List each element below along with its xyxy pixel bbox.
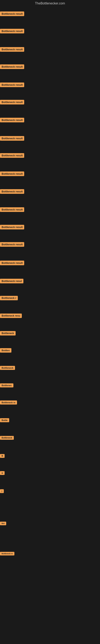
bottleneck-badge-15[interactable]: Bottleneck result [0,260,24,265]
bottleneck-badge-27[interactable]: B [0,471,4,475]
bottleneck-item-18: Bottleneck resu [0,314,22,318]
bottleneck-item-27: B [0,471,4,475]
bottleneck-item-29: Bot [0,521,6,525]
bottleneck-badge-8[interactable]: Bottleneck result [0,136,24,141]
bottleneck-item-16: Bottleneck resul [0,279,23,283]
bottleneck-item-10: Bottleneck result [0,172,24,176]
bottleneck-badge-4[interactable]: Bottleneck result [0,64,24,69]
bottleneck-badge-1[interactable]: Bottleneck result [0,12,24,16]
bottleneck-badge-24[interactable]: Bottle [0,418,9,422]
bottleneck-badge-25[interactable]: Bottleneck [0,436,14,440]
bottleneck-item-17: Bottleneck r [0,296,18,300]
bottleneck-badge-26[interactable]: B [0,454,4,458]
bottleneck-item-9: Bottleneck result [0,153,24,158]
bottleneck-badge-28[interactable]: | [0,489,4,493]
bottleneck-badge-14[interactable]: Bottleneck result [0,242,24,247]
bottleneck-badge-30[interactable]: Bottleneck re [0,552,14,556]
bottleneck-badge-2[interactable]: Bottleneck result [0,29,24,34]
bottleneck-badge-29[interactable]: Bot [0,522,6,525]
bottleneck-item-7: Bottleneck result [0,118,24,122]
bottleneck-item-21: Bottleneck [0,366,15,370]
bottleneck-item-12: Bottleneck result [0,207,24,212]
bottleneck-badge-9[interactable]: Bottleneck result [0,153,24,158]
bottleneck-badge-12[interactable]: Bottleneck result [0,207,24,212]
bottleneck-item-24: Bottle [0,418,9,422]
bottleneck-badge-20[interactable]: Bottlen [0,348,11,352]
bottleneck-badge-11[interactable]: Bottleneck result [0,189,24,194]
bottleneck-badge-16[interactable]: Bottleneck resul [0,279,23,283]
bottleneck-item-26: B [0,454,4,458]
bottleneck-item-23: Bottleneck re [0,400,17,404]
bottleneck-badge-7[interactable]: Bottleneck result [0,118,24,122]
bottleneck-badge-19[interactable]: Bottleneck [0,331,16,336]
bottleneck-item-14: Bottleneck result [0,242,24,247]
bottleneck-item-6: Bottleneck result [0,100,24,104]
bottleneck-item-3: Bottleneck result [0,47,24,52]
bottleneck-item-25: Bottleneck [0,436,14,440]
bottleneck-item-13: Bottleneck result [0,225,24,230]
bottleneck-badge-10[interactable]: Bottleneck result [0,172,24,176]
site-title: TheBottlenecker.com [0,0,100,7]
bottleneck-badge-3[interactable]: Bottleneck result [0,47,24,52]
bottleneck-item-22: Bottlenec [0,384,13,388]
bottleneck-badge-22[interactable]: Bottlenec [0,384,13,388]
bottleneck-item-5: Bottleneck result [0,82,24,87]
bottleneck-item-1: Bottleneck result [0,12,24,16]
bottleneck-badge-18[interactable]: Bottleneck resu [0,314,22,318]
bottleneck-badge-17[interactable]: Bottleneck r [0,296,18,300]
bottleneck-item-4: Bottleneck result [0,64,24,69]
bottleneck-badge-5[interactable]: Bottleneck result [0,82,24,87]
bottleneck-item-15: Bottleneck result [0,260,24,265]
bottleneck-badge-23[interactable]: Bottleneck re [0,400,17,404]
bottleneck-item-30: Bottleneck re [0,552,14,556]
bottleneck-item-19: Bottleneck [0,331,16,336]
bottleneck-item-2: Bottleneck result [0,29,24,34]
bottleneck-item-8: Bottleneck result [0,136,24,141]
bottleneck-badge-13[interactable]: Bottleneck result [0,225,24,230]
bottleneck-badge-21[interactable]: Bottleneck [0,366,15,370]
bottleneck-badge-6[interactable]: Bottleneck result [0,100,24,104]
bottleneck-item-28: | [0,489,4,493]
bottleneck-item-20: Bottlen [0,348,11,352]
bottleneck-item-11: Bottleneck result [0,189,24,194]
